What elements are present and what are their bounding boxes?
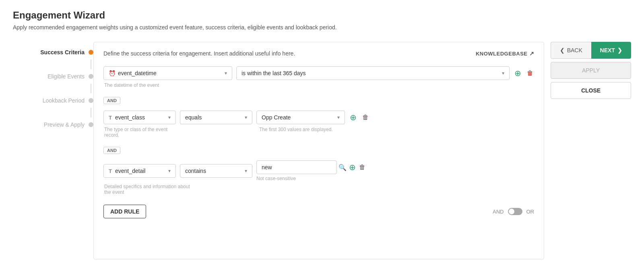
rule1-field-text: event_datetime [118, 70, 221, 76]
rule2-value-text: Opp Create [262, 114, 334, 121]
step-lookback-period[interactable]: Lookback Period [13, 93, 93, 108]
rule3-field-dropdown[interactable]: T event_detail ▾ [103, 164, 176, 178]
step-dot-eligible-events [89, 74, 93, 79]
rule3-condition-text: contains [185, 168, 242, 174]
knowledgebase-link[interactable]: KNOWLEDGEBASE ↗ [476, 50, 534, 57]
step-success-criteria[interactable]: Success Criteria [13, 45, 93, 60]
rule3-field-chevron: ▾ [168, 168, 171, 174]
apply-button[interactable]: APPLY [551, 62, 631, 79]
rule-row-1: ⏰ event_datetime ▾ is within the last 36… [103, 66, 534, 80]
rule1-condition-chevron: ▾ [502, 70, 504, 76]
rule3-condition-dropdown[interactable]: contains ▾ [180, 164, 252, 178]
back-chevron-icon: ❮ [560, 47, 565, 53]
rule1-hint: The datetime of the event [103, 82, 534, 88]
toggle-thumb [509, 209, 514, 214]
step-label-eligible-events: Eligible Events [47, 73, 85, 80]
add-rule-button[interactable]: ADD RULE [103, 205, 146, 218]
back-label: BACK [567, 47, 582, 53]
next-label: NEXT [600, 47, 615, 53]
rule3-add-icon: ⊕ [349, 162, 356, 172]
and-badge-2: AND [103, 147, 120, 154]
rule1-delete-icon: 🗑 [527, 70, 533, 77]
rule2-field-text: event_class [115, 114, 165, 121]
rule3-value-input[interactable] [256, 160, 337, 174]
and-or-toggle-switch[interactable] [508, 208, 522, 215]
rule3-delete-icon: 🗑 [359, 164, 365, 171]
next-button[interactable]: NEXT ❯ [591, 42, 632, 59]
rule3-hint-line1: Detailed specifics and information about… [103, 184, 534, 195]
rule2-delete-icon: 🗑 [362, 114, 369, 121]
rule1-delete-button[interactable]: 🗑 [526, 69, 534, 78]
clock-icon: ⏰ [109, 70, 116, 76]
step-label-lookback-period: Lookback Period [43, 97, 85, 104]
add-rule-section: ADD RULE AND OR [103, 205, 534, 218]
external-link-icon: ↗ [529, 50, 535, 57]
knowledgebase-label: KNOWLEDGEBASE [476, 51, 528, 57]
rule1-add-button[interactable]: ⊕ [514, 68, 522, 79]
rule-row-2: T event_class ▾ equals ▾ Opp Create ▾ ⊕ [103, 111, 534, 124]
rule2-field-chevron: ▾ [168, 115, 171, 120]
rule2-hint: The type or class of the event record. [103, 127, 178, 138]
rule-row-3: T event_detail ▾ contains ▾ 🔍 ⊕ [103, 160, 534, 181]
rule3-search-button[interactable]: 🔍 [339, 164, 347, 171]
rule1-condition-text: is within the last 365 days [242, 70, 499, 76]
text-icon-2: T [109, 168, 112, 174]
rule2-field-dropdown[interactable]: T event_class ▾ [103, 111, 176, 124]
or-label: OR [526, 209, 535, 215]
rule1-field-chevron: ▾ [225, 70, 227, 76]
and-or-toggle: AND OR [493, 208, 534, 215]
back-next-buttons: ❮ BACK NEXT ❯ [551, 42, 631, 59]
rule2-condition-text: equals [185, 114, 242, 121]
page-subtitle: Apply recommended engagement weights usi… [13, 24, 631, 31]
and-badge-1: AND [103, 97, 120, 104]
rule1-add-icon: ⊕ [514, 68, 521, 78]
rule2-condition-chevron: ▾ [245, 115, 247, 120]
rule1-condition-dropdown[interactable]: is within the last 365 days ▾ [236, 66, 510, 80]
rule3-field-text: event_detail [115, 168, 165, 174]
step-dot-success-criteria [89, 50, 93, 55]
rule3-add-button[interactable]: ⊕ [348, 162, 357, 173]
step-label-preview-apply: Preview & Apply [44, 121, 85, 128]
page-title: Engagement Wizard [13, 10, 631, 21]
right-panel: ❮ BACK NEXT ❯ APPLY CLOSE [551, 42, 631, 259]
rule2-add-icon: ⊕ [350, 113, 357, 122]
rule2-condition-dropdown[interactable]: equals ▾ [180, 111, 252, 124]
next-chevron-icon: ❯ [617, 47, 622, 53]
rule1-field-dropdown[interactable]: ⏰ event_datetime ▾ [103, 66, 232, 80]
rule3-condition-chevron: ▾ [245, 168, 247, 174]
step-dot-preview-apply [89, 122, 93, 127]
step-preview-apply[interactable]: Preview & Apply [13, 117, 93, 132]
back-button[interactable]: ❮ BACK [551, 42, 591, 59]
close-button[interactable]: CLOSE [551, 82, 631, 99]
and-label: AND [493, 209, 504, 215]
rule2-value-chevron: ▾ [337, 115, 340, 120]
rule2-value-hint: The first 300 values are displayed. [258, 127, 333, 138]
rule2-delete-button[interactable]: 🗑 [361, 113, 369, 122]
rule3-delete-button[interactable]: 🗑 [358, 163, 366, 172]
rule2-add-button[interactable]: ⊕ [349, 112, 357, 123]
step-eligible-events[interactable]: Eligible Events [13, 69, 93, 84]
step-label-success-criteria: Success Criteria [40, 49, 85, 55]
steps-sidebar: Success Criteria Eligible Events Lookbac… [13, 42, 93, 259]
step-dot-lookback-period [89, 98, 93, 103]
text-icon-1: T [109, 115, 112, 121]
content-header-text: Define the success criteria for engageme… [103, 50, 295, 57]
content-area: Define the success criteria for engageme… [93, 42, 544, 259]
rule3-value-note: Not case-sensitive [256, 176, 366, 181]
rule2-value-dropdown[interactable]: Opp Create ▾ [256, 111, 345, 124]
